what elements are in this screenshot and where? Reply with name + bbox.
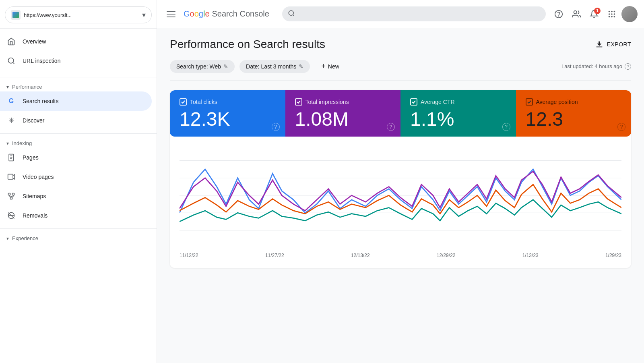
notifications-button[interactable]: 1 <box>586 6 602 22</box>
x-label-5: 1/29/23 <box>605 253 621 258</box>
discover-icon: ✳ <box>6 116 16 125</box>
average-ctr-value: 1.1% <box>410 109 506 130</box>
search-type-label: Search type: Web <box>176 63 221 70</box>
site-favicon-icon <box>11 10 21 20</box>
page-title: Performance on Search results <box>170 38 325 51</box>
performance-section-label: Performance <box>12 84 42 90</box>
video-pages-icon <box>6 172 16 182</box>
last-updated-text: Last updated: 4 hours ago <box>561 63 622 69</box>
total-clicks-help-icon[interactable]: ? <box>272 123 280 131</box>
chart-area <box>180 143 621 248</box>
average-ctr-check-icon <box>410 98 417 106</box>
site-url-text: https://www.yoursit... <box>24 12 139 18</box>
delegates-button[interactable] <box>568 6 584 22</box>
svg-point-10 <box>559 16 559 16</box>
export-icon <box>595 40 604 49</box>
indexing-section-header[interactable]: ▾ Indexing <box>0 137 157 148</box>
experience-section-header[interactable]: ▾ Experience <box>0 232 157 243</box>
total-impressions-label: Total impressions <box>305 99 349 105</box>
performance-expand-icon: ▾ <box>6 84 9 90</box>
home-icon <box>6 37 16 46</box>
global-search-bar <box>282 6 546 21</box>
total-clicks-checkbox: Total clicks <box>180 98 276 106</box>
svg-point-12 <box>609 10 610 12</box>
sidebar-item-overview[interactable]: Overview <box>0 32 152 51</box>
sidebar-item-label-video-pages: Video pages <box>23 174 54 180</box>
header-actions: 1 <box>551 6 638 22</box>
filters-row: Search type: Web ✎ Date: Last 3 months ✎… <box>170 59 631 81</box>
hamburger-menu-button[interactable] <box>163 8 179 21</box>
total-impressions-checkbox: Total impressions <box>295 98 391 106</box>
plus-icon: + <box>321 62 326 71</box>
indexing-expand-icon: ▾ <box>6 141 9 146</box>
divider-3 <box>0 228 157 229</box>
app-name-text: Search Console <box>212 9 269 19</box>
sidebar-item-discover[interactable]: ✳ Discover <box>0 111 152 130</box>
app-logo: Google Search Console <box>184 9 269 19</box>
sidebar-header: https://www.yoursit... ▾ <box>0 0 157 29</box>
total-clicks-check-icon <box>180 98 187 106</box>
sidebar-item-label-discover: Discover <box>23 117 44 124</box>
svg-rect-2 <box>8 174 13 179</box>
sidebar-item-label-overview: Overview <box>23 38 46 45</box>
x-label-0: 11/12/22 <box>180 253 198 258</box>
x-label-3: 12/29/22 <box>437 253 456 258</box>
main-content: Performance on Search results EXPORT Sea… <box>157 28 644 363</box>
new-filter-label: New <box>328 63 339 70</box>
performance-section-header[interactable]: ▾ Performance <box>0 81 157 91</box>
apps-button[interactable] <box>604 6 620 22</box>
svg-rect-4 <box>12 193 14 195</box>
sidebar-item-url-inspection[interactable]: URL inspection <box>0 51 152 71</box>
user-avatar[interactable] <box>621 6 638 22</box>
svg-point-13 <box>611 10 613 12</box>
search-type-filter[interactable]: Search type: Web ✎ <box>170 60 235 73</box>
sidebar-item-label-url-inspection: URL inspection <box>23 58 60 64</box>
search-small-icon <box>6 56 16 66</box>
svg-point-18 <box>609 16 610 17</box>
svg-point-16 <box>611 13 613 15</box>
date-filter[interactable]: Date: Last 3 months ✎ <box>239 60 310 73</box>
sidebar-item-label-search-results: Search results <box>23 98 58 104</box>
dropdown-arrow-icon: ▾ <box>142 10 146 19</box>
date-label: Date: Last 3 months <box>246 63 296 70</box>
sidebar-item-video-pages[interactable]: Video pages <box>0 167 152 187</box>
divider-2 <box>0 133 157 134</box>
average-position-help-icon[interactable]: ? <box>617 123 625 131</box>
metrics-chart-panel: Total clicks 12.3K ? Total impressions 1… <box>170 90 631 268</box>
app-container: https://www.yoursit... ▾ Overview <box>0 0 644 363</box>
chart-x-labels: 11/12/22 11/27/22 12/13/22 12/29/22 1/13… <box>180 249 621 258</box>
total-impressions-help-icon[interactable]: ? <box>387 123 395 131</box>
search-input[interactable] <box>282 6 546 21</box>
experience-expand-icon: ▾ <box>6 236 9 241</box>
sidebar-item-sitemaps[interactable]: Sitemaps <box>0 187 152 206</box>
metric-card-average-ctr[interactable]: Average CTR 1.1% ? <box>400 90 516 137</box>
top-header: Google Search Console <box>157 0 644 28</box>
metric-card-total-impressions[interactable]: Total impressions 1.08M ? <box>285 90 401 137</box>
date-edit-icon: ✎ <box>299 63 303 70</box>
site-selector[interactable]: https://www.yoursit... ▾ <box>5 6 152 23</box>
svg-point-0 <box>8 58 14 63</box>
help-button[interactable] <box>551 6 567 22</box>
total-impressions-check-icon <box>295 98 302 106</box>
sidebar-item-removals[interactable]: Removals <box>0 206 152 225</box>
svg-point-8 <box>289 10 293 15</box>
metric-card-total-clicks[interactable]: Total clicks 12.3K ? <box>170 90 285 137</box>
metric-card-average-position[interactable]: Average position 12.3 ? <box>516 90 632 137</box>
export-button[interactable]: EXPORT <box>595 40 631 49</box>
sidebar-item-search-results[interactable]: G Search results <box>0 91 152 111</box>
svg-rect-3 <box>8 193 10 195</box>
removals-icon <box>6 211 16 220</box>
svg-point-20 <box>614 16 615 17</box>
average-ctr-help-icon[interactable]: ? <box>502 123 510 131</box>
svg-rect-5 <box>10 197 12 199</box>
indexing-section-label: Indexing <box>12 140 32 146</box>
x-label-1: 11/27/22 <box>265 253 284 258</box>
new-filter-button[interactable]: + New <box>315 59 346 74</box>
average-position-check-icon <box>526 98 533 106</box>
sitemaps-icon <box>6 191 16 201</box>
pages-icon <box>6 153 16 162</box>
average-position-label: Average position <box>536 99 578 105</box>
sidebar-item-pages[interactable]: Pages <box>0 148 152 167</box>
svg-point-14 <box>614 10 615 12</box>
avatar-image <box>621 6 638 22</box>
